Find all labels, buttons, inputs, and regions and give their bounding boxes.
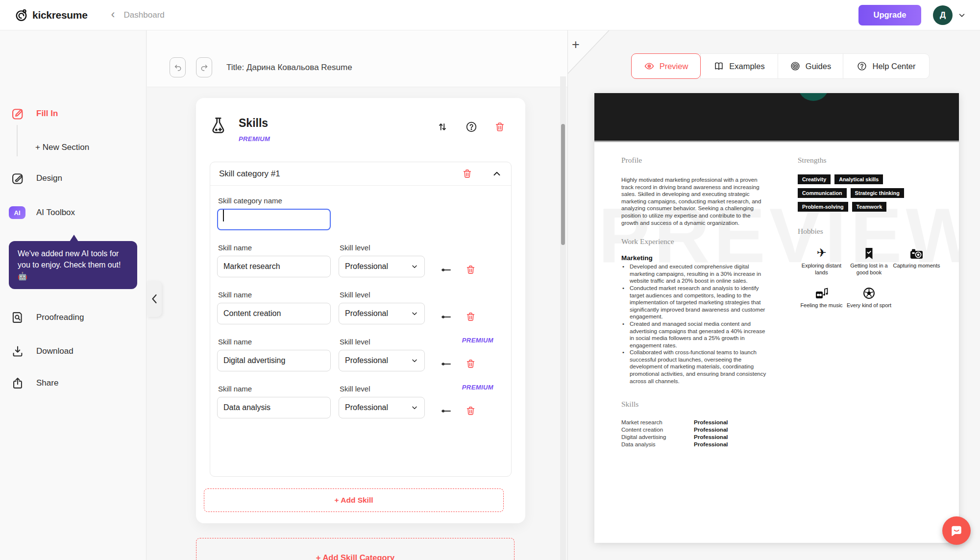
category-name-input[interactable] — [217, 209, 331, 230]
add-skill-category-button[interactable]: + Add Skill Category — [196, 538, 514, 560]
section-rule — [17, 125, 18, 156]
sidebar-item-new-section[interactable]: + New Section — [35, 143, 89, 152]
skill-level-label: Skill level — [340, 385, 425, 393]
ai-badge-icon: AI — [9, 206, 25, 219]
tooltip-arrow — [70, 235, 78, 242]
tab-label: Help Center — [872, 62, 915, 71]
chevron-down-icon — [411, 357, 418, 365]
work-bullet: •Developed and executed comprehensive di… — [621, 263, 768, 285]
tab-label: Examples — [729, 62, 764, 71]
scrollbar-thumb[interactable] — [561, 124, 565, 245]
account-chevron-down-icon[interactable] — [957, 11, 966, 20]
delete-category-icon[interactable] — [462, 168, 473, 179]
skill-name-label: Skill name — [218, 338, 331, 346]
sidebar-item-design[interactable]: Design — [11, 171, 62, 186]
hobby-item: ✈ Exploring distant lands — [798, 246, 845, 276]
undo-button[interactable] — [170, 57, 186, 77]
editor-scrollbar — [560, 76, 566, 560]
sidebar-item-share[interactable]: Share — [11, 376, 58, 390]
resume-preview-page: PREVIEW Profile Highly motivated marketi… — [594, 93, 959, 543]
skill-level-select[interactable]: Professional — [339, 397, 425, 418]
skill-slider-icon[interactable] — [439, 358, 453, 370]
music-icon — [815, 286, 828, 299]
add-panel-icon[interactable]: + — [572, 38, 580, 51]
hobby-label: Getting lost in a good book — [845, 263, 893, 276]
skill-slider-icon[interactable] — [439, 405, 453, 417]
sidebar-item-proofreading[interactable]: Proofreading — [11, 310, 84, 325]
eye-icon — [644, 61, 655, 72]
tab-preview[interactable]: Preview — [631, 53, 701, 79]
sidebar-item-fill-in[interactable]: Fill In — [11, 106, 58, 121]
skill-name-input[interactable] — [217, 303, 331, 324]
add-skill-button[interactable]: + Add Skill — [204, 488, 504, 512]
tab-guides[interactable]: Guides — [778, 54, 843, 78]
soccer-ball-icon — [863, 286, 875, 299]
delete-skill-icon[interactable] — [465, 358, 476, 369]
hobby-label: Every kind of sport — [847, 302, 891, 309]
skill-level-label: Skill level — [340, 338, 425, 346]
camera-icon — [910, 246, 923, 260]
back-chevron-icon[interactable]: ‹ — [111, 8, 115, 20]
avatar[interactable]: Д — [933, 5, 953, 25]
delete-skill-icon[interactable] — [465, 311, 476, 322]
resume-work-bullets: •Developed and executed comprehensive di… — [621, 263, 768, 385]
work-bullet: •Created and managed social media conten… — [621, 320, 768, 349]
sidebar-item-label: Proofreading — [36, 313, 84, 322]
breadcrumb-label[interactable]: Dashboard — [124, 10, 165, 20]
skill-row: PREMIUM Skill name Skill level Professio… — [217, 385, 504, 418]
skill-level-select[interactable]: Professional — [339, 256, 425, 277]
skill-slider-icon[interactable] — [439, 264, 453, 276]
airplane-icon: ✈ — [816, 246, 826, 260]
resume-profile-text: Highly motivated marketing professional … — [621, 176, 768, 226]
strength-badge: Creativity — [798, 174, 831, 184]
sidebar-collapse-button[interactable] — [147, 281, 162, 317]
skill-name-input[interactable] — [217, 397, 331, 418]
resume-skill-row: Digital advertisingProfessional — [621, 434, 768, 441]
chat-widget-button[interactable] — [942, 516, 971, 545]
reorder-section-icon[interactable] — [436, 121, 449, 133]
delete-skill-icon[interactable] — [465, 264, 476, 275]
strength-badge: Communication — [798, 188, 847, 198]
hobby-item: Getting lost in a good book — [845, 246, 893, 276]
upgrade-button[interactable]: Upgrade — [858, 5, 921, 25]
category-name-label: Skill category name — [218, 196, 504, 205]
tab-help-center[interactable]: Help Center — [843, 54, 929, 78]
chameleon-icon — [15, 8, 28, 22]
skill-level-value: Professional — [345, 309, 406, 318]
collapse-category-chevron-up-icon[interactable] — [491, 169, 502, 179]
skill-name-input[interactable] — [217, 256, 331, 277]
skill-slider-icon[interactable] — [439, 311, 453, 323]
resume-skill-row: Market researchProfessional — [621, 419, 768, 426]
sidebar-item-label: Share — [36, 378, 58, 388]
premium-badge: PREMIUM — [462, 384, 493, 391]
skill-level-select[interactable]: Professional — [339, 303, 425, 324]
skill-level-value: Professional — [345, 356, 406, 365]
tab-examples[interactable]: Examples — [700, 54, 778, 78]
section-help-icon[interactable] — [465, 121, 478, 133]
tab-label: Preview — [660, 62, 688, 71]
share-icon — [11, 376, 24, 390]
strength-badge: Teamwork — [852, 202, 887, 212]
skill-name-input[interactable] — [217, 350, 331, 371]
editor-title-bar: Title: Дарина Ковальова Resume — [147, 30, 568, 87]
skill-category-header[interactable]: Skill category #1 — [210, 162, 511, 186]
skill-level-select[interactable]: Professional — [339, 350, 425, 371]
resume-avatar-circle — [798, 93, 829, 101]
redo-button[interactable] — [196, 57, 212, 77]
skill-category-box: Skill category #1 Skill categor — [210, 162, 512, 477]
skill-row: Skill name Skill level Professional — [217, 291, 504, 324]
text-caret — [223, 210, 224, 221]
sidebar-item-ai-toolbox[interactable]: AI AI Toolbox — [11, 205, 75, 220]
sidebar-item-label: AI Toolbox — [36, 208, 75, 218]
skills-section-card: Skills PREMIUM — [196, 98, 525, 523]
delete-section-icon[interactable] — [494, 121, 506, 133]
delete-skill-icon[interactable] — [465, 405, 476, 416]
kickresume-logo[interactable]: kickresume — [15, 8, 88, 22]
sidebar-item-download[interactable]: Download — [11, 344, 74, 359]
resume-title[interactable]: Title: Дарина Ковальова Resume — [226, 63, 352, 73]
skill-name-label: Skill name — [218, 385, 331, 393]
ai-tools-tooltip: We've added new AI tools for you to enjo… — [9, 241, 137, 289]
tab-label: Guides — [806, 62, 831, 71]
chevron-down-icon — [411, 310, 418, 317]
left-sidebar: Fill In + New Section Design AI AI Toolb… — [0, 30, 147, 560]
